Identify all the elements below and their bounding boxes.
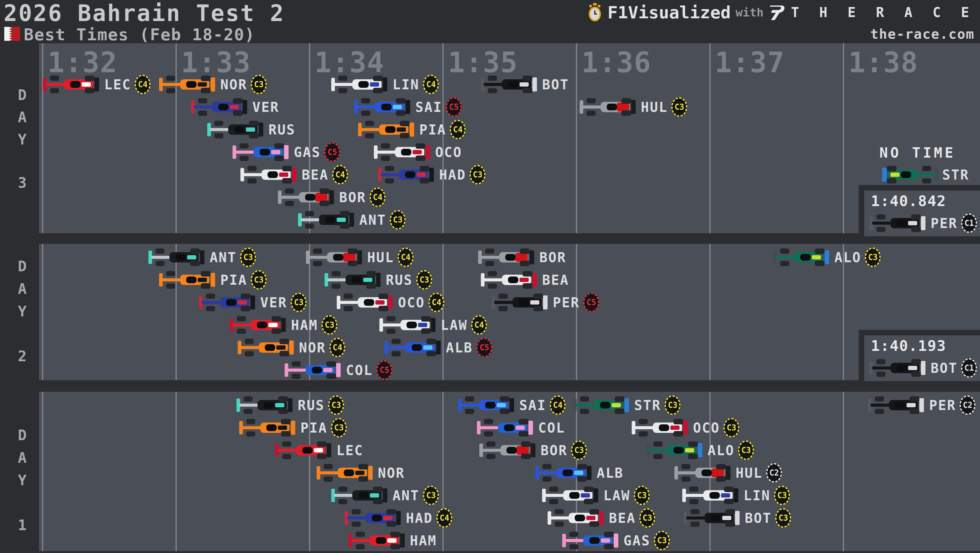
- day-label-letter: D: [5, 427, 39, 443]
- driver-code: ALO: [708, 443, 734, 458]
- tyre-badge-C3: C3: [639, 508, 655, 528]
- driver-code: GAS: [294, 145, 321, 160]
- gridline-1:36: [576, 244, 577, 380]
- driver-code: HAM: [410, 533, 437, 548]
- car-icon-ferrari: [43, 76, 100, 93]
- tyre-badge-C3: C3: [738, 440, 754, 460]
- car-icon-mercedes: [324, 271, 382, 289]
- car-icon-haas: [547, 509, 605, 527]
- driver-code: HAM: [291, 317, 318, 333]
- car-icon-mercedes: [148, 249, 206, 266]
- driver-code: BEA: [609, 510, 636, 526]
- car-entry-sai: SAIC5: [354, 98, 462, 116]
- car-icon-audi: [579, 98, 637, 116]
- gridline-1:38: [843, 392, 844, 551]
- car-icon-williams: [384, 339, 442, 356]
- gridline-1:33: [175, 392, 177, 551]
- tyre-badge-C3: C3: [423, 486, 439, 505]
- driver-code: ALB: [446, 340, 473, 355]
- car-icon-cadillac: [491, 293, 549, 311]
- car-entry-ham: HAMC3: [229, 316, 337, 334]
- day-label-letter: Y: [5, 303, 39, 320]
- car-icon-williams: [354, 98, 412, 116]
- driver-code: PIA: [220, 272, 247, 288]
- car-icon-mclaren: [159, 271, 217, 289]
- driver-code: VER: [252, 99, 279, 115]
- car-icon-racingbulls: [379, 316, 437, 334]
- car-entry-bor: BOR: [478, 249, 566, 266]
- tyre-badge-C4: C4: [436, 508, 452, 528]
- car-icon-redbull: [377, 166, 436, 183]
- tyre-badge-C3: C3: [469, 165, 485, 185]
- car-icon-aston: [573, 396, 630, 414]
- axis-tick-label: 1:35: [448, 46, 518, 79]
- brand-name: F1Visualized: [608, 2, 731, 22]
- offscale-time: 1:40.193: [871, 337, 946, 354]
- car-entry-alo: ALOC3: [646, 441, 754, 459]
- car-icon-haas: [480, 271, 538, 289]
- car-entry-ver: VERC3: [199, 293, 307, 311]
- car-icon-audi: [479, 441, 537, 459]
- car-icon-redbull: [191, 98, 249, 116]
- car-entry-oco: OCO: [374, 143, 462, 161]
- car-icon-redbull: [344, 509, 402, 527]
- day-number: 2: [5, 347, 39, 365]
- car-icon-cadillac: [867, 396, 926, 414]
- partner-name: T H E R A C E: [791, 5, 975, 20]
- tyre-badge-C2: C2: [959, 395, 975, 415]
- driver-code: LEC: [104, 77, 131, 92]
- brand-lockup: F1Visualized with T H E R A C E: [587, 2, 975, 22]
- tyre-badge-C3: C3: [774, 486, 790, 505]
- driver-code: COL: [538, 420, 565, 436]
- tyre-badge-C4: C4: [450, 120, 466, 139]
- car-entry-bea: BEAC3: [547, 509, 655, 527]
- car-entry-rus: RUSC3: [236, 396, 344, 414]
- tyre-badge-C3: C3: [240, 247, 256, 267]
- car-entry-nor: NORC4: [237, 339, 345, 356]
- tyre-badge-C3: C3: [321, 315, 337, 335]
- car-entry-per: PER C1: [869, 214, 977, 232]
- day-label-letter: A: [5, 280, 39, 297]
- gridline-1:37: [710, 244, 711, 380]
- day-number: 1: [5, 516, 39, 534]
- car-icon-redbull: [199, 293, 256, 311]
- car-entry-ham: HAM: [348, 532, 437, 549]
- car-entry-alb: ALB: [535, 464, 624, 482]
- driver-code: BOR: [339, 190, 366, 205]
- car-icon-cadillac: [683, 509, 741, 527]
- gridline-1:32: [42, 392, 43, 551]
- car-icon-ferrari: [348, 532, 406, 549]
- f1visualized-test-times-chart: 2026 Bahrain Test 2 Best Times (Feb 18-2…: [0, 0, 980, 553]
- tyre-badge-C3: C3: [571, 440, 587, 460]
- tyre-badge-C5: C5: [376, 360, 392, 380]
- car-icon-mclaren: [237, 339, 295, 356]
- car-entry-had: HADC4: [344, 509, 452, 527]
- gridline-1:35: [442, 244, 444, 380]
- driver-code: BOT: [542, 77, 569, 92]
- car-entry-ant: ANTC3: [331, 486, 439, 504]
- car-icon-alpine: [477, 419, 535, 437]
- driver-code: GAS: [624, 533, 650, 548]
- driver-code: PIA: [301, 420, 327, 436]
- tyre-badge-C3: C3: [416, 270, 432, 290]
- car-entry-lin: LINC3: [682, 486, 790, 504]
- driver-code: RUS: [386, 272, 413, 288]
- car-entry-lec: LECC4: [43, 76, 151, 93]
- tyre-badge-C3: C3: [331, 418, 347, 437]
- driver-code: PER: [553, 295, 579, 310]
- car-entry-str: STR: [881, 166, 969, 183]
- car-icon-cadillac: [869, 214, 927, 232]
- tyre-badge-C3: C3: [665, 395, 681, 415]
- offscale-time-box: 1:40.193 BOT C1: [859, 330, 980, 387]
- car-entry-law: LAWC4: [379, 316, 487, 334]
- day-label-letter: D: [5, 86, 39, 104]
- gridline-1:37: [710, 43, 711, 233]
- car-icon-audi: [674, 464, 732, 482]
- axis-tick-label: 1:34: [315, 46, 385, 79]
- car-entry-sai: SAIC4: [458, 396, 566, 414]
- tyre-badge-C3: C3: [251, 75, 267, 94]
- day-label-letter: A: [5, 449, 39, 466]
- car-icon-racingbulls: [331, 76, 389, 93]
- day-label-letter: D: [5, 258, 39, 275]
- car-entry-hul: HULC4: [305, 249, 414, 266]
